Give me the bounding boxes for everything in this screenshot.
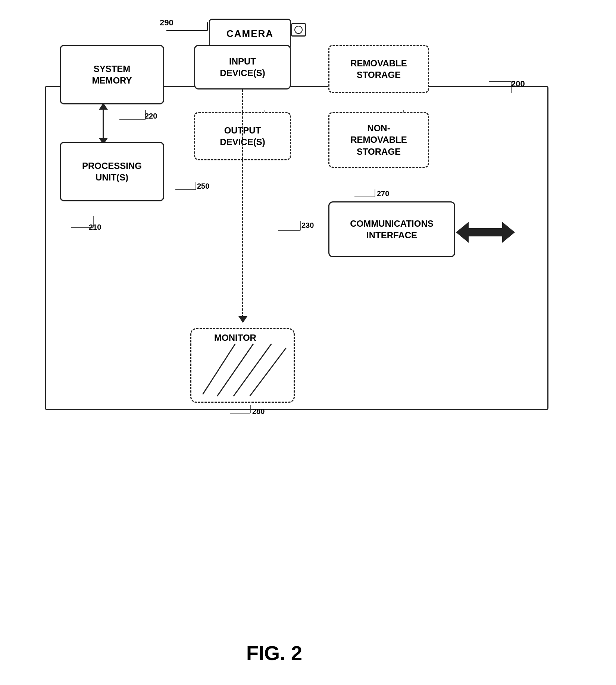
svg-line-20 (234, 344, 272, 396)
comms-label-line (278, 217, 306, 234)
main-box-label-line (481, 78, 519, 96)
output-device-label-line (175, 178, 201, 192)
system-memory-box: SYSTEMMEMORY (60, 45, 164, 104)
comms-external-arrow (456, 222, 515, 243)
arrow-shaft (469, 228, 502, 236)
system-memory-label: SYSTEMMEMORY (92, 63, 132, 86)
non-removable-storage-box: NON-REMOVABLESTORAGE (328, 112, 429, 168)
removable-storage-box: REMOVABLESTORAGE (328, 45, 429, 93)
non-removable-label-line (354, 186, 381, 200)
svg-line-18 (203, 344, 235, 395)
system-memory-label-line (119, 108, 149, 123)
camera-box: CAMERA (209, 19, 291, 48)
figure-label: FIG. 2 (246, 641, 302, 664)
svg-line-19 (217, 344, 253, 396)
input-device-label: INPUTDEVICE(S) (220, 56, 265, 79)
communications-interface-label: COMMUNICATIONSINTERFACE (350, 218, 434, 241)
camera-label-line (166, 19, 211, 34)
arrow-left-head (456, 222, 469, 243)
removable-storage-label: REMOVABLESTORAGE (350, 57, 407, 81)
monitor-label-line (230, 403, 256, 416)
monitor-label: MONITOR (213, 333, 258, 343)
camera-label: CAMERA (226, 28, 273, 40)
processing-label-line (71, 213, 101, 231)
camera-lens-icon (291, 23, 306, 37)
arrow-right-head (502, 222, 515, 243)
input-device-box: INPUTDEVICE(S) (194, 45, 291, 89)
non-removable-storage-label: NON-REMOVABLESTORAGE (350, 122, 407, 157)
main-system-box (45, 86, 548, 410)
dashed-vertical-line (242, 89, 243, 321)
diagram: 290 CAMERA 200 220 SYSTEMMEMORY PROCESSI… (30, 15, 586, 667)
dashed-line-arrow-down (238, 316, 247, 323)
processing-unit-box: PROCESSINGUNIT(S) (60, 142, 164, 201)
processing-unit-label: PROCESSINGUNIT(S) (82, 160, 142, 183)
double-arrow-shape (456, 222, 515, 243)
svg-line-21 (250, 348, 286, 396)
memory-processing-arrow (103, 109, 104, 139)
communications-interface-box: COMMUNICATIONSINTERFACE (328, 201, 455, 257)
